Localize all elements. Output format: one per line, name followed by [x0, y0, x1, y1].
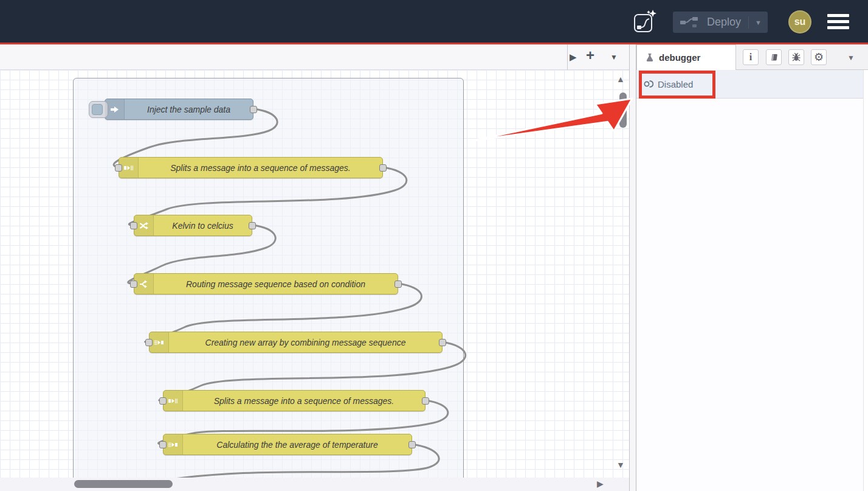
input-port[interactable]	[130, 222, 137, 229]
scroll-tabs-right-icon[interactable]: ▶	[570, 52, 577, 63]
node-label: Splits a message into a sequence of mess…	[183, 391, 425, 411]
node-join-1[interactable]: Creating new array by combining message …	[149, 332, 443, 353]
node-label: Routing message sequence based on condit…	[154, 274, 398, 294]
deploy-button[interactable]: Deploy ▼	[673, 12, 768, 33]
flow-canvas[interactable]: Inject the sample data Splits a message …	[0, 70, 629, 478]
node-split-1[interactable]: Splits a message into a sequence of mess…	[119, 157, 383, 178]
bug-icon	[791, 52, 801, 62]
debugger-disabled-toggle[interactable]: Disabled	[644, 75, 693, 92]
node-label: Kelvin to celcius	[154, 215, 252, 235]
avatar-initials: su	[794, 16, 806, 27]
output-port[interactable]	[379, 164, 387, 172]
toggle-off-icon	[644, 80, 653, 88]
gear-icon: ⚙	[814, 52, 824, 63]
node-inject[interactable]: Inject the sample data	[105, 99, 253, 120]
book-icon	[770, 53, 779, 62]
flask-icon	[646, 53, 654, 63]
app-header: Deploy ▼ su	[0, 0, 868, 44]
deploy-options-caret-icon[interactable]: ▼	[748, 16, 762, 29]
tab-debugger-label: debugger	[659, 52, 700, 63]
docs-button[interactable]	[766, 49, 782, 65]
input-port[interactable]	[159, 441, 167, 448]
node-label: Calculating the the average of temperatu…	[183, 434, 412, 454]
canvas-scroll-down-icon[interactable]: ▼	[616, 460, 625, 470]
output-port[interactable]	[394, 280, 402, 288]
sidebar-splitter[interactable]	[629, 44, 636, 491]
settings-button[interactable]: ⚙	[811, 49, 827, 65]
debug-button[interactable]	[788, 49, 804, 65]
sidebar: debugger i	[636, 44, 868, 491]
node-split-2[interactable]: Splits a message into a sequence of mess…	[163, 390, 425, 411]
add-flow-button[interactable]: +	[586, 47, 594, 64]
node-switch[interactable]: Routing message sequence based on condit…	[134, 273, 398, 294]
tabbar-separator	[567, 44, 568, 70]
canvas-hscrollbar: ▶	[0, 478, 629, 491]
input-port[interactable]	[130, 280, 137, 288]
input-port[interactable]	[115, 164, 122, 172]
sidebar-collapse-icon[interactable]: ▼	[847, 54, 855, 62]
canvas-scroll-up-icon[interactable]: ▲	[616, 74, 625, 84]
flow-list-caret-icon[interactable]: ▼	[610, 53, 618, 61]
deploy-label: Deploy	[707, 16, 741, 29]
output-port[interactable]	[439, 339, 446, 346]
debugger-toolbar: Disabled	[636, 70, 863, 99]
main-menu-icon[interactable]	[827, 14, 849, 30]
debugger-panel-content	[636, 99, 863, 491]
flow-assistant-icon[interactable]	[633, 9, 657, 35]
input-port[interactable]	[159, 397, 167, 405]
canvas-scroll-right-icon[interactable]: ▶	[597, 479, 604, 489]
input-port[interactable]	[145, 339, 153, 346]
output-port[interactable]	[250, 106, 257, 113]
info-button[interactable]: i	[743, 49, 759, 65]
inject-icon	[105, 99, 125, 119]
tab-debugger[interactable]: debugger	[636, 44, 736, 70]
canvas-vscroll-thumb[interactable]	[619, 92, 627, 128]
flow-tabbar: ▶ + ▼	[0, 44, 629, 70]
node-label: Splits a message into a sequence of mess…	[139, 158, 382, 178]
node-join-2[interactable]: Calculating the the average of temperatu…	[163, 434, 412, 455]
user-avatar[interactable]: su	[788, 10, 811, 33]
output-port[interactable]	[408, 441, 416, 448]
info-icon: i	[749, 52, 752, 63]
node-change[interactable]: Kelvin to celcius	[134, 215, 252, 236]
sidebar-scroll-track	[863, 70, 864, 491]
node-label: Inject the sample data	[125, 99, 253, 119]
deploy-icon	[680, 17, 698, 28]
node-label: Creating new array by combining message …	[169, 332, 442, 352]
disabled-label: Disabled	[658, 79, 693, 89]
output-port[interactable]	[422, 397, 429, 405]
toolbar-separator	[712, 76, 713, 92]
output-port[interactable]	[249, 222, 256, 229]
canvas-hscroll-thumb[interactable]	[74, 480, 173, 488]
sidebar-tabrow: debugger i	[636, 44, 868, 70]
